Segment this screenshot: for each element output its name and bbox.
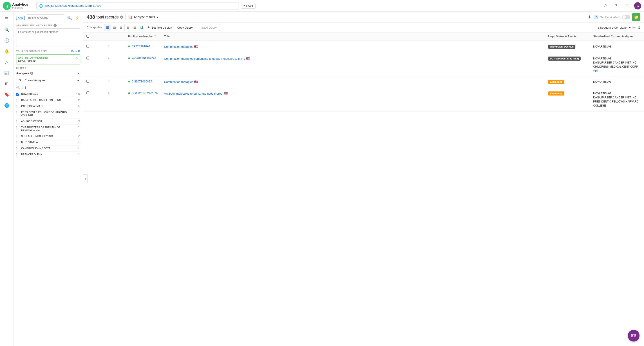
title-link[interactable]: Antibody molecules to pd–l1 and uses the… (164, 92, 228, 95)
grid-icon-btn[interactable]: ⊞ (623, 2, 630, 10)
sidebar-search-btn[interactable]: 🔍 (2, 25, 11, 34)
col-assignee-header: Standardized Current Assignee (590, 33, 644, 41)
flag-icon: 🇺🇸 (194, 80, 198, 84)
title-link[interactable]: Combination therapies comprising antibod… (164, 57, 250, 60)
view-card-btn[interactable]: ⊟ (124, 24, 131, 31)
assignee-checkbox[interactable] (16, 153, 19, 156)
change-view-label: Change view (87, 26, 102, 29)
row-checkbox[interactable] (86, 45, 89, 48)
assignee-checkbox[interactable] (16, 135, 19, 138)
keyword-input[interactable] (26, 15, 65, 21)
email-alert-toggle[interactable] (622, 15, 630, 19)
sidebar-global-btn[interactable]: 🌐 (2, 101, 11, 110)
analyze-results-btn[interactable]: 📊 Analyze results ▾ (128, 15, 158, 19)
main-layout: ☰ 🔍 🕐 🔔 △ 📊 ⊞ 🔖 🌐 AND 🔍 ⚡ SEMANTIC SIMIL… (0, 12, 644, 346)
assignee-checkbox[interactable] (16, 141, 19, 144)
set-field-display-btn[interactable]: 👁 Set field display (147, 26, 172, 29)
assignee-sort-az-btn[interactable]: ↕ (21, 86, 23, 89)
assignee-name-main: PRESIDENT & FELLOWS HARVARD COLLEGE (593, 100, 641, 108)
search-icon-btn[interactable]: 🔍 (66, 16, 73, 20)
view-thumbnail-btn[interactable]: ⊞ (118, 24, 124, 31)
edit-icon-btn[interactable]: ✏ (632, 26, 636, 30)
pub-link[interactable]: WO2017019897A1 (132, 57, 156, 60)
assignee-checkbox[interactable] (16, 147, 19, 150)
clock-icon-btn[interactable]: ⏱ (602, 2, 609, 10)
select-all-checkbox[interactable] (86, 35, 89, 38)
col-select-all[interactable] (83, 33, 92, 41)
assignee-info-icon[interactable]: i (30, 72, 33, 75)
similarity-info-icon[interactable]: i (54, 24, 57, 27)
top-navbar: Q Analytics by patsnap 🌐 [BIO]5e43ae9d31… (0, 0, 644, 12)
pub-link[interactable]: EP3233918A1 (132, 45, 150, 48)
copy-query-btn[interactable]: Copy Query (174, 24, 196, 31)
filter-panel: AND 🔍 ⚡ SEMANTIC SIMILARITY FILTER i YOU… (14, 12, 83, 346)
filter-options-btn[interactable]: ⚡ (74, 16, 80, 20)
results-table: Publication Number ⇅ Title Legal Status … (83, 33, 644, 111)
analyze-icon: 📊 (128, 15, 132, 19)
assignee-checkbox[interactable] (16, 111, 19, 114)
records-info-icon[interactable]: i (120, 16, 123, 19)
col-pub-header[interactable]: Publication Number ⇅ (125, 33, 161, 41)
assignee-checkbox[interactable] (16, 99, 19, 102)
settings-icon-btn[interactable]: ⚙ (637, 26, 640, 30)
dot-indicator (128, 46, 130, 47)
similarity-textarea[interactable] (16, 28, 80, 46)
assignee-count: 14 (78, 134, 80, 137)
view-list-btn[interactable]: ☰ (104, 24, 111, 31)
assignee-checkbox[interactable] (16, 105, 19, 108)
seq-correlation-btn[interactable]: ↕ Sequence Correlation ▾ (598, 26, 631, 29)
assignee-sort-count-btn[interactable]: ⬇ (24, 86, 27, 89)
download-btn[interactable]: ⬇ (588, 15, 592, 20)
sidebar-history-btn[interactable]: 🕐 (2, 36, 11, 45)
assignee-count: 25 (78, 111, 80, 113)
top-toolbar: 438 total records i 📊 Analyze results ▾ … (83, 12, 644, 23)
dot-indicator (128, 57, 130, 59)
email-icon-btn[interactable]: 📧 (594, 15, 598, 20)
assignee-checkbox[interactable] (16, 93, 19, 96)
save-query-btn[interactable]: Save Query (198, 24, 220, 31)
row-checkbox[interactable] (86, 80, 89, 83)
row-checkbox[interactable] (86, 57, 89, 60)
status-badge: PCT–NP (Past time limit) (548, 57, 580, 61)
title-link[interactable]: Combination therapies 🇺🇸 (164, 45, 198, 48)
logo-icon: Q (3, 2, 11, 10)
table-row: 4 SG11201702401RA Antibody molecules to … (83, 88, 644, 111)
assignee-count: 438 (76, 92, 80, 95)
help-icon-btn[interactable]: ? (612, 2, 620, 10)
filter-chip-close-btn[interactable]: ✕ (76, 56, 78, 59)
assignee-name: DANA FARBER CANCER INST INC (21, 98, 76, 102)
assignee-search-btn[interactable]: 🔍 (16, 86, 20, 89)
title-link[interactable]: Combination therapies 🇺🇸 (164, 80, 198, 84)
sidebar-data-btn[interactable]: ⊞ (2, 79, 11, 88)
chat-btn[interactable]: 幫助 (628, 330, 640, 341)
assignee-more[interactable]: +16 (593, 69, 641, 72)
assignee-checkbox[interactable] (16, 120, 19, 123)
title-cell: Combination therapies 🇺🇸 (161, 41, 545, 53)
clear-all-btn[interactable]: Clear All (71, 50, 80, 53)
assignee-name-main: NOVARTIS AG (593, 91, 641, 95)
avatar-btn[interactable]: C (634, 2, 641, 10)
assignee-checkbox[interactable] (16, 126, 19, 129)
url-text: [BIO]5e43ae9d317ca5aa308fa128d6a1fc0d (44, 4, 101, 8)
assignee-type-select[interactable]: Std. Current Assignee (16, 77, 80, 84)
assignee-name: ADURO BIOTECH (21, 120, 76, 123)
view-table-btn[interactable]: ▤ (111, 24, 118, 31)
save-to-folder-btn[interactable]: 📁 (632, 13, 640, 21)
sidebar-analytics-btn[interactable]: △ (2, 58, 11, 67)
assignee-name: BILIC SANELA (21, 140, 76, 144)
row-checkbox[interactable] (86, 91, 89, 94)
dot-indicator (128, 92, 130, 94)
view-chart-btn[interactable]: 📊 (138, 24, 145, 31)
view-tree-btn[interactable]: ⊡ (131, 24, 138, 31)
assignee-chevron-icon[interactable]: ▲ (77, 71, 80, 75)
sidebar-alert-btn[interactable]: 🔔 (2, 47, 11, 56)
legal-status-cell: Examining (545, 76, 590, 88)
nav-icons: ⏱ ? ⊞ C (602, 2, 641, 10)
pub-link[interactable]: CN107106687A (132, 80, 152, 83)
collapse-panel-btn[interactable]: ‹ (83, 174, 88, 183)
sidebar-chart-btn[interactable]: 📊 (2, 69, 11, 78)
url-bar[interactable]: 🌐 [BIO]5e43ae9d317ca5aa308fa128d6a1fc0d (36, 2, 239, 10)
sidebar-saved-btn[interactable]: 🔖 (2, 90, 11, 99)
pub-link[interactable]: SG11201702401RA (132, 91, 158, 95)
sidebar-menu-btn[interactable]: ☰ (2, 15, 11, 24)
